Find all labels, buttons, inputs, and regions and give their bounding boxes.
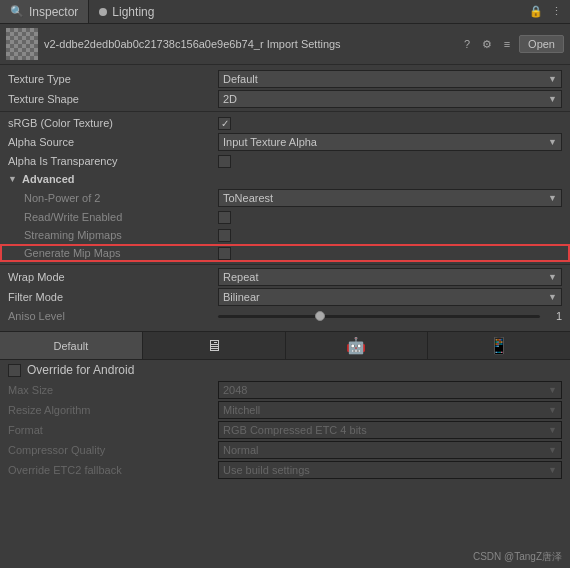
- inspector-icon: 🔍: [10, 5, 24, 18]
- texture-type-dropdown[interactable]: Default ▼: [218, 70, 562, 88]
- watermark: CSDN @TangZ唐泽: [473, 550, 562, 564]
- max-size-value: 2048 ▼: [218, 381, 562, 399]
- aniso-slider-track[interactable]: [218, 315, 540, 318]
- resize-algorithm-arrow: ▼: [548, 405, 557, 415]
- inspector-content: Texture Type Default ▼ Texture Shape 2D …: [0, 65, 570, 329]
- non-power-arrow: ▼: [548, 193, 557, 203]
- alpha-transparency-checkbox[interactable]: [218, 155, 231, 168]
- override-etc2-label: Override ETC2 fallback: [8, 464, 218, 476]
- max-size-row: Max Size 2048 ▼: [0, 380, 570, 400]
- texture-shape-dropdown[interactable]: 2D ▼: [218, 90, 562, 108]
- platform-tab-pc[interactable]: 🖥: [143, 332, 286, 359]
- advanced-section-header[interactable]: ▼ Advanced: [0, 170, 570, 188]
- texture-shape-arrow: ▼: [548, 94, 557, 104]
- tab-inspector-label: Inspector: [29, 5, 78, 19]
- read-write-row: Read/Write Enabled: [0, 208, 570, 226]
- filter-mode-value: Bilinear ▼: [218, 288, 562, 306]
- max-size-label: Max Size: [8, 384, 218, 396]
- filter-mode-label: Filter Mode: [8, 291, 218, 303]
- wrap-mode-dropdown[interactable]: Repeat ▼: [218, 268, 562, 286]
- lighting-tab-dot: [99, 8, 107, 16]
- asset-header: v2-ddbe2dedb0ab0c21738c156a0e9e6b74_r Im…: [0, 24, 570, 65]
- texture-type-selected: Default: [223, 73, 258, 85]
- alpha-source-selected: Input Texture Alpha: [223, 136, 317, 148]
- android-section: Override for Android Max Size 2048 ▼ Res…: [0, 360, 570, 480]
- generate-mip-maps-row: Generate Mip Maps: [0, 244, 570, 262]
- override-etc2-row: Override ETC2 fallback Use build setting…: [0, 460, 570, 480]
- aniso-slider-thumb[interactable]: [315, 311, 325, 321]
- max-size-arrow: ▼: [548, 385, 557, 395]
- max-size-selected: 2048: [223, 384, 247, 396]
- resize-algorithm-label: Resize Algorithm: [8, 404, 218, 416]
- open-button[interactable]: Open: [519, 35, 564, 53]
- wrap-mode-arrow: ▼: [548, 272, 557, 282]
- texture-type-row: Texture Type Default ▼: [0, 69, 570, 89]
- alpha-transparency-row: Alpha Is Transparency: [0, 152, 570, 170]
- srgb-checkbox[interactable]: [218, 117, 231, 130]
- aniso-slider-container: 1: [218, 310, 562, 322]
- generate-mip-maps-checkbox[interactable]: [218, 247, 231, 260]
- tab-inspector[interactable]: 🔍 Inspector: [0, 0, 89, 23]
- more-icon[interactable]: ⋮: [548, 4, 564, 20]
- help-icon[interactable]: ?: [459, 36, 475, 52]
- default-tab-label: Default: [53, 340, 88, 352]
- format-dropdown: RGB Compressed ETC 4 bits ▼: [218, 421, 562, 439]
- read-write-checkbox[interactable]: [218, 211, 231, 224]
- streaming-checkbox[interactable]: [218, 229, 231, 242]
- platform-tab-android[interactable]: 🤖: [286, 332, 429, 359]
- android-override-row: Override for Android: [0, 360, 570, 380]
- srgb-label: sRGB (Color Texture): [8, 117, 218, 129]
- header-actions: ? ⚙ ≡ Open: [459, 35, 564, 53]
- lock-icon[interactable]: 🔒: [528, 4, 544, 20]
- tab-lighting[interactable]: Lighting: [89, 0, 164, 23]
- read-write-label: Read/Write Enabled: [24, 211, 218, 223]
- android-override-checkbox[interactable]: [8, 364, 21, 377]
- non-power-dropdown[interactable]: ToNearest ▼: [218, 189, 562, 207]
- alpha-source-label: Alpha Source: [8, 136, 218, 148]
- override-etc2-arrow: ▼: [548, 465, 557, 475]
- resize-algorithm-dropdown: Mitchell ▼: [218, 401, 562, 419]
- advanced-label: Advanced: [22, 173, 75, 185]
- compressor-quality-label: Compressor Quality: [8, 444, 218, 456]
- alpha-transparency-value: [218, 155, 562, 168]
- read-write-value: [218, 211, 562, 224]
- streaming-label: Streaming Mipmaps: [24, 229, 218, 241]
- aniso-level-value: 1: [218, 310, 562, 322]
- texture-shape-value: 2D ▼: [218, 90, 562, 108]
- platform-tab-default[interactable]: Default: [0, 332, 143, 359]
- non-power-selected: ToNearest: [223, 192, 273, 204]
- filter-mode-dropdown[interactable]: Bilinear ▼: [218, 288, 562, 306]
- wrap-mode-row: Wrap Mode Repeat ▼: [0, 267, 570, 287]
- menu-icon[interactable]: ≡: [499, 36, 515, 52]
- override-etc2-value: Use build settings ▼: [218, 461, 562, 479]
- wrap-mode-label: Wrap Mode: [8, 271, 218, 283]
- aniso-level-label: Aniso Level: [8, 310, 218, 322]
- separator-2: [0, 264, 570, 265]
- separator-1: [0, 111, 570, 112]
- wrap-mode-value: Repeat ▼: [218, 268, 562, 286]
- filter-mode-arrow: ▼: [548, 292, 557, 302]
- format-arrow: ▼: [548, 425, 557, 435]
- compressor-quality-row: Compressor Quality Normal ▼: [0, 440, 570, 460]
- filter-mode-selected: Bilinear: [223, 291, 260, 303]
- settings-icon[interactable]: ⚙: [479, 36, 495, 52]
- alpha-source-value: Input Texture Alpha ▼: [218, 133, 562, 151]
- alpha-source-dropdown[interactable]: Input Texture Alpha ▼: [218, 133, 562, 151]
- asset-title: v2-ddbe2dedb0ab0c21738c156a0e9e6b74_r Im…: [44, 38, 453, 50]
- android-override-label: Override for Android: [27, 363, 134, 377]
- platform-tab-other[interactable]: 📱: [428, 332, 570, 359]
- compressor-quality-dropdown: Normal ▼: [218, 441, 562, 459]
- streaming-row: Streaming Mipmaps: [0, 226, 570, 244]
- tablet-icon: 📱: [489, 336, 509, 355]
- streaming-value: [218, 229, 562, 242]
- srgb-value: [218, 117, 562, 130]
- override-etc2-dropdown: Use build settings ▼: [218, 461, 562, 479]
- tab-bar: 🔍 Inspector Lighting 🔒 ⋮: [0, 0, 570, 24]
- filter-mode-row: Filter Mode Bilinear ▼: [0, 287, 570, 307]
- format-value: RGB Compressed ETC 4 bits ▼: [218, 421, 562, 439]
- texture-type-value: Default ▼: [218, 70, 562, 88]
- advanced-triangle: ▼: [8, 174, 20, 184]
- alpha-transparency-label: Alpha Is Transparency: [8, 155, 218, 167]
- resize-algorithm-row: Resize Algorithm Mitchell ▼: [0, 400, 570, 420]
- texture-shape-label: Texture Shape: [8, 93, 218, 105]
